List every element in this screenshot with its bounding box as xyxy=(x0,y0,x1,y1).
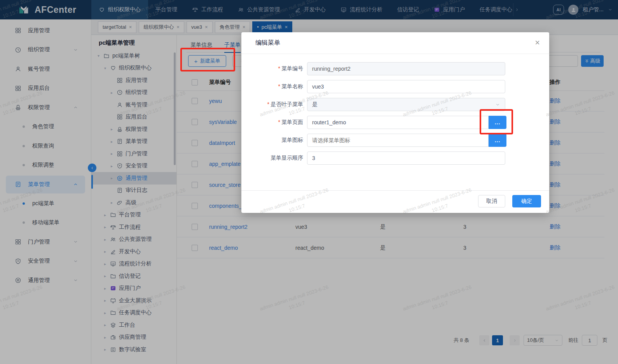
menu-code-field xyxy=(307,62,505,75)
confirm-button[interactable]: 确定 xyxy=(512,195,541,207)
menu-page-field[interactable] xyxy=(307,116,489,129)
menu-order-field[interactable] xyxy=(307,152,505,165)
required-asterisk: * xyxy=(278,119,280,125)
modal-footer: 取消 确定 xyxy=(241,190,549,213)
required-asterisk: * xyxy=(278,83,280,89)
select-value: 是 xyxy=(312,101,318,108)
form-row: *菜单页面 ... xyxy=(241,116,549,129)
menu-page-more-button[interactable]: ... xyxy=(489,116,506,129)
field-label: *菜单名称 xyxy=(241,83,303,90)
required-asterisk: * xyxy=(267,101,269,107)
edit-menu-modal: 编辑菜单 × *菜单编号 *菜单名称 *是否叶子菜单 是 *菜单页面 ... 菜… xyxy=(241,32,549,213)
required-asterisk: * xyxy=(278,65,280,71)
menu-icon-more-button[interactable]: ... xyxy=(489,134,506,147)
modal-header: 编辑菜单 xyxy=(241,32,549,54)
form-row: 菜单显示顺序 xyxy=(241,152,549,165)
close-icon[interactable]: × xyxy=(535,38,540,47)
form-row: *菜单编号 xyxy=(241,62,549,75)
field-label: 菜单显示顺序 xyxy=(241,155,303,162)
field-label: *是否叶子菜单 xyxy=(241,101,303,108)
menu-icon-field[interactable] xyxy=(307,134,489,147)
select-chevron-icon xyxy=(495,102,500,107)
field-label: *菜单编号 xyxy=(241,65,303,72)
field-label: *菜单页面 xyxy=(241,119,303,126)
form-row: *是否叶子菜单 是 xyxy=(241,98,549,111)
cancel-button[interactable]: 取消 xyxy=(478,195,505,207)
form-row: 菜单图标 ... xyxy=(241,134,549,147)
leaf-menu-select[interactable]: 是 xyxy=(307,98,505,111)
form-row: *菜单名称 xyxy=(241,80,549,93)
menu-name-field[interactable] xyxy=(307,80,505,93)
field-label: 菜单图标 xyxy=(241,137,303,144)
app-root: AFCenter 组织权限中心 平台管理 工作流程 xyxy=(0,0,618,364)
modal-title: 编辑菜单 xyxy=(255,39,280,47)
